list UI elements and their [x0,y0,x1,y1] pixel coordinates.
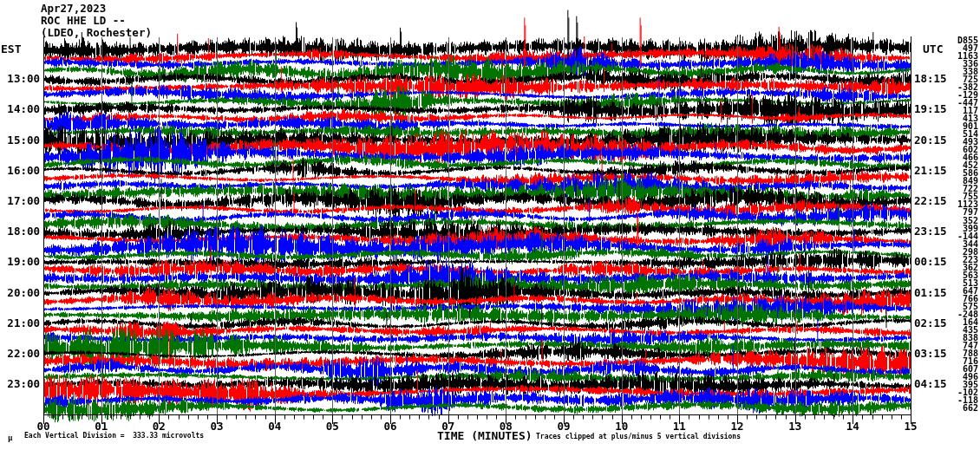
minute-tick-label: 10 [604,420,639,433]
helicorder-page: Apr27,2023 ROC HHE LD -- (LDEO, Rocheste… [0,0,980,450]
est-axis-header: EST [1,42,21,55]
minute-tick-label: 06 [373,420,408,433]
est-hour-label: 21:00 [0,317,40,329]
minute-tick-label: 00 [26,420,61,433]
minute-tick-label: 05 [315,420,350,433]
minute-tick-label: 11 [662,420,696,433]
est-hour-label: 15:00 [0,134,40,147]
minute-tick-label: 01 [84,420,119,433]
minute-tick-label: 13 [778,420,813,433]
seismogram-traces-canvas [0,0,980,450]
est-hour-label: 22:00 [0,348,40,360]
minute-tick-label: 12 [720,420,755,433]
clip-note: Traces clipped at plus/minus 5 vertical … [536,433,741,440]
est-hour-label: 23:00 [0,378,40,390]
minute-tick-label: 15 [893,420,928,433]
x-axis-title: TIME (MINUTES) [437,429,532,442]
minute-tick-label: 09 [546,420,581,433]
trace-offset-value: 662 [918,404,978,413]
minute-tick-label: 14 [835,420,870,433]
est-hour-label: 14:00 [0,103,40,115]
minute-tick-label: 03 [199,420,234,433]
est-hour-label: 16:00 [0,165,40,177]
micro-symbol: µ [8,434,12,442]
minute-tick-label: 02 [141,420,176,433]
minute-tick-label: 04 [258,420,292,433]
est-hour-label: 13:00 [0,73,40,85]
est-hour-label: 20:00 [0,287,40,299]
division-note: Each Vertical Division = 333.33 microvol… [24,432,204,440]
est-hour-label: 19:00 [0,256,40,268]
est-hour-label: 17:00 [0,195,40,207]
date-label: Apr27,2023 [41,2,106,15]
est-hour-label: 18:00 [0,225,40,238]
network-label: (LDEO, Rochester) [41,26,152,39]
station-label: ROC HHE LD -- [41,14,126,27]
